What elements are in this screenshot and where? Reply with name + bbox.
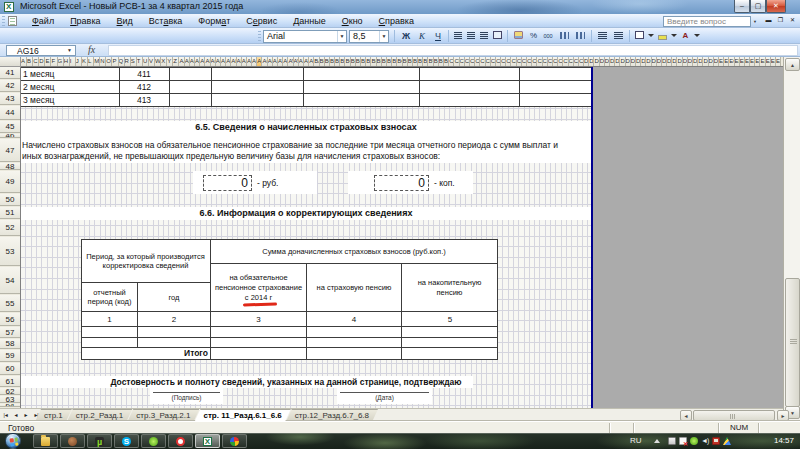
- menu-файл[interactable]: Файл: [24, 14, 62, 28]
- font-color-dropdown-icon[interactable]: [694, 34, 700, 37]
- increase-indent-button[interactable]: [610, 29, 626, 43]
- select-all-corner[interactable]: [0, 57, 21, 67]
- section-6-5-title[interactable]: 6.5. Сведения о начисленных страховых вз…: [21, 121, 591, 134]
- rub-value-cell[interactable]: 0: [203, 175, 252, 191]
- prev-sheet-icon[interactable]: ◄: [11, 410, 20, 420]
- currency-button[interactable]: [510, 29, 527, 43]
- align-center-button[interactable]: [464, 29, 477, 43]
- borders-dropdown-icon[interactable]: [648, 34, 654, 37]
- row-header-50[interactable]: 50: [0, 194, 20, 206]
- kop-band[interactable]: 0 - коп.: [348, 171, 473, 194]
- merge-center-button[interactable]: [490, 29, 504, 43]
- underline-button[interactable]: Ч: [430, 29, 446, 43]
- volume-tray-icon[interactable]: ◄): [701, 437, 709, 445]
- taskbar-app-nod32-antivirus[interactable]: [141, 434, 166, 448]
- start-button[interactable]: [5, 433, 21, 449]
- document-error-tray-icon[interactable]: [679, 437, 687, 445]
- row-header-63[interactable]: 63: [0, 396, 20, 403]
- taskbar-clock[interactable]: 14:57: [774, 436, 794, 445]
- font-name-combo[interactable]: Arial▼: [263, 30, 347, 43]
- menu-данные[interactable]: Данные: [285, 14, 334, 28]
- confirmation-band[interactable]: Достоверность и полноту сведений, указан…: [21, 376, 473, 388]
- month-row-2[interactable]: 2 месяц412: [21, 81, 591, 94]
- menu-справка[interactable]: Справка: [371, 14, 422, 28]
- funded-header-cell[interactable]: на накопительную пенсию: [402, 264, 497, 311]
- tray-expand-icon[interactable]: [654, 439, 660, 443]
- row-header-54[interactable]: 54: [0, 267, 20, 294]
- period-header-cell[interactable]: Период, за который производится корректи…: [83, 240, 208, 281]
- row-header-56[interactable]: 56: [0, 313, 20, 326]
- total-label-cell[interactable]: Итого: [82, 348, 208, 359]
- taskbar-app-explorer-folder[interactable]: [33, 434, 58, 448]
- fill-color-dropdown-icon[interactable]: [671, 34, 677, 37]
- row-header-48[interactable]: 48: [0, 163, 20, 170]
- taskbar-app-skype[interactable]: S: [114, 434, 139, 448]
- font-color-button[interactable]: А: [678, 29, 693, 43]
- row-headers[interactable]: 4142434445464748495051525354555657585960…: [0, 67, 21, 408]
- section-6-5-text[interactable]: Начислено страховых взносов на обязатель…: [21, 134, 591, 163]
- row-header-59[interactable]: 59: [0, 350, 20, 362]
- menu-правка[interactable]: Правка: [62, 14, 108, 28]
- language-indicator[interactable]: RU: [630, 436, 642, 445]
- scroll-left-icon[interactable]: ◄: [680, 410, 692, 421]
- toolbar-grip[interactable]: [2, 16, 5, 26]
- row-header-41[interactable]: 41: [0, 67, 20, 79]
- taskbar-app-opera-browser[interactable]: [168, 434, 193, 448]
- column-header-EL[interactable]: EL: [776, 57, 781, 67]
- menu-сервис[interactable]: Сервис: [238, 14, 285, 28]
- scroll-right-icon[interactable]: ►: [777, 410, 789, 421]
- signature-band[interactable]: (Подпись): [150, 388, 223, 404]
- kop-value-cell[interactable]: 0: [374, 175, 429, 191]
- question-input[interactable]: Введите вопрос: [663, 16, 751, 27]
- decrease-decimal-button[interactable]: [572, 29, 588, 43]
- row-header-58[interactable]: 58: [0, 339, 20, 349]
- taskbar-app-excel[interactable]: X: [195, 434, 220, 448]
- insurance-header-cell[interactable]: на страховую пенсию: [307, 264, 401, 311]
- taskbar-app-app-brown[interactable]: [60, 434, 85, 448]
- scroll-up-icon[interactable]: ▲: [785, 58, 800, 71]
- insert-function-icon[interactable]: fx: [88, 44, 108, 55]
- question-dropdown-icon[interactable]: ▼: [751, 16, 759, 27]
- row-header-44[interactable]: 44: [0, 106, 20, 120]
- taskbar-app-utorrent[interactable]: µ: [87, 434, 112, 448]
- row-header-61[interactable]: 61: [0, 376, 20, 387]
- align-right-button[interactable]: [477, 29, 490, 43]
- row-header-57[interactable]: 57: [0, 327, 20, 338]
- sheet-tab-4[interactable]: стр. 11_Разд.6.1_6.6: [194, 409, 290, 422]
- row-header-49[interactable]: 49: [0, 171, 20, 193]
- italic-button[interactable]: К: [414, 29, 430, 43]
- bold-button[interactable]: Ж: [398, 29, 414, 43]
- column-headers[interactable]: ABCDEFGHIJKLMNOPQRSTUVWXYZAAABACADAEAFAG…: [21, 57, 783, 67]
- menu-вставка[interactable]: Вставка: [141, 14, 190, 28]
- menu-вид[interactable]: Вид: [109, 14, 141, 28]
- child-restore-button[interactable]: ❐: [776, 15, 785, 26]
- vertical-scroll-thumb[interactable]: [785, 278, 800, 407]
- row-header-64[interactable]: 64: [0, 404, 20, 407]
- row-header-47[interactable]: 47: [0, 139, 20, 162]
- vertical-scrollbar[interactable]: ▲ ▼: [783, 57, 800, 420]
- child-close-button[interactable]: ✕: [788, 15, 797, 26]
- month-row-3[interactable]: 3 месяц413: [21, 94, 591, 107]
- column-number-3[interactable]: 3: [211, 312, 306, 326]
- thousands-button[interactable]: 000: [540, 29, 556, 43]
- taskbar-app-color-palette[interactable]: [222, 434, 247, 448]
- fill-color-button[interactable]: [655, 29, 670, 43]
- menu-окно[interactable]: Окно: [334, 14, 371, 28]
- maximize-button[interactable]: ▢: [750, 0, 766, 13]
- menu-формат[interactable]: Формат: [190, 14, 238, 28]
- row-header-45[interactable]: 45: [0, 121, 20, 133]
- row-header-55[interactable]: 55: [0, 295, 20, 312]
- horizontal-scroll-thumb[interactable]: [693, 410, 775, 421]
- row-header-53[interactable]: 53: [0, 237, 20, 266]
- display-red-tray-icon[interactable]: [712, 437, 720, 445]
- font-size-combo[interactable]: 8,5▼: [349, 30, 389, 43]
- month-table[interactable]: 1 месяц4112 месяц4123 месяц413: [21, 67, 591, 107]
- column-number-1[interactable]: 1: [82, 312, 137, 326]
- year-cell[interactable]: год: [138, 283, 210, 311]
- minimize-button[interactable]: –: [734, 0, 750, 13]
- nod32-green-tray-icon[interactable]: [690, 437, 698, 445]
- align-left-button[interactable]: [451, 29, 464, 43]
- row-header-52[interactable]: 52: [0, 220, 20, 236]
- section-6-6-title[interactable]: 6.6. Информация о корректирующих сведени…: [21, 207, 591, 220]
- sum-header-cell[interactable]: Сумма доначисленных страховых взносов (р…: [211, 240, 497, 262]
